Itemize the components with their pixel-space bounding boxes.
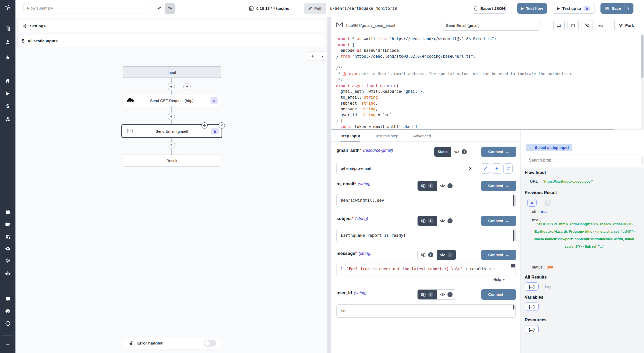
- add-step-button[interactable]: +: [168, 83, 175, 90]
- zoom-out-button[interactable]: -: [318, 52, 327, 61]
- connect-button-message[interactable]: Connect→: [481, 250, 516, 260]
- info-icon[interactable]: i: [428, 218, 433, 223]
- textarea-scrollbar[interactable]: [513, 230, 514, 241]
- user-id-input[interactable]: [336, 304, 516, 318]
- help-link[interactable]: Help∨: [493, 278, 505, 282]
- runs-play-icon[interactable]: ▶: [4, 90, 11, 97]
- refresh-resource-button[interactable]: [503, 163, 513, 174]
- textarea-scrollbar[interactable]: [513, 195, 514, 206]
- expand-square-button[interactable]: [567, 20, 579, 31]
- code-mode-button[interactable]: </> i: [437, 250, 456, 260]
- workspace-building-icon[interactable]: [4, 26, 11, 32]
- fork-button[interactable]: Fork: [614, 20, 638, 31]
- delete-node-button[interactable]: ×: [219, 122, 225, 129]
- connect-button-user-id[interactable]: Connect→: [481, 289, 516, 300]
- info-icon[interactable]: i: [428, 183, 433, 188]
- code-mode-button[interactable]: </> i: [437, 216, 456, 226]
- collapse-button[interactable]: -: [545, 200, 551, 206]
- result-status-row[interactable]: status: 200: [532, 265, 553, 270]
- path-value[interactable]: u/henri/earthquake_monitorin: [326, 3, 401, 14]
- scrollbar-thumb[interactable]: [641, 35, 643, 78]
- path-edit-button[interactable]: Path: [304, 3, 326, 14]
- connect-button-gmail-auth[interactable]: Connect→: [481, 147, 516, 157]
- audit-eye-icon[interactable]: [4, 245, 11, 252]
- to-email-input[interactable]: [336, 194, 516, 207]
- gmail-auth-resource-input[interactable]: [336, 163, 478, 174]
- subject-input[interactable]: [336, 229, 516, 242]
- code-editor[interactable]: import * as wmill from "https://deno.lan…: [331, 34, 641, 128]
- groups-users-icon[interactable]: [4, 233, 11, 240]
- code-mode-button[interactable]: </> i: [437, 290, 456, 299]
- add-resource-button[interactable]: +: [492, 163, 501, 174]
- clear-resource-button[interactable]: ×: [469, 166, 472, 171]
- search-prop-input[interactable]: [525, 155, 643, 166]
- github-icon[interactable]: [4, 320, 11, 327]
- flow-node-get-request[interactable]: HTTP Send GET Request (http) a: [123, 95, 221, 106]
- redo-button[interactable]: ↷: [165, 3, 175, 14]
- folders-icon[interactable]: [4, 221, 11, 228]
- panel-divider-scrollbar[interactable]: [327, 17, 331, 353]
- user-icon[interactable]: [4, 39, 11, 46]
- step-title-input[interactable]: [442, 20, 540, 31]
- tab-step-input[interactable]: Step Input: [341, 134, 360, 141]
- resources-cubes-icon[interactable]: [4, 116, 11, 123]
- variables-dollar-icon[interactable]: $: [4, 103, 11, 110]
- add-step-button[interactable]: +: [168, 141, 175, 148]
- template-mode-button[interactable]: ${} i: [418, 290, 437, 299]
- all-static-inputs-button[interactable]: $ All Static Inputs: [18, 35, 325, 47]
- template-mode-button[interactable]: ${} i: [418, 250, 437, 260]
- save-button[interactable]: Save ∨: [600, 3, 633, 14]
- variables-json-badge[interactable]: {...}: [525, 302, 539, 311]
- schedule-display[interactable]: 0 10 18 * * tue,thu: [249, 0, 289, 17]
- info-icon[interactable]: i: [447, 183, 453, 188]
- tab-test-this-step[interactable]: Test this step: [375, 134, 398, 141]
- phone-incoming-button[interactable]: [581, 20, 592, 31]
- connect-button-to-email[interactable]: Connect→: [481, 181, 516, 191]
- template-mode-button[interactable]: ${} i: [418, 181, 437, 191]
- favorites-star-icon[interactable]: ★: [4, 54, 11, 61]
- schedules-calendar-icon[interactable]: [4, 209, 11, 216]
- info-icon[interactable]: i: [447, 292, 453, 297]
- sync-swap-button[interactable]: ⇄: [553, 20, 565, 31]
- code-mode-button[interactable]: </> i: [451, 147, 470, 157]
- export-json-button[interactable]: Export JSON: [473, 3, 506, 14]
- test-up-to-button[interactable]: ▶ Test up to b: [553, 3, 595, 14]
- undo-button[interactable]: ↶: [154, 3, 165, 14]
- flow-node-input[interactable]: Input: [123, 66, 221, 78]
- result-badge-a[interactable]: a: [527, 199, 537, 207]
- static-mode-button[interactable]: Static: [434, 147, 451, 157]
- info-icon[interactable]: i: [447, 252, 453, 257]
- all-results-json-badge[interactable]: {...}: [525, 282, 539, 291]
- info-icon[interactable]: i: [428, 252, 433, 257]
- select-step-input-chip[interactable]: ← Select a step input: [526, 144, 572, 151]
- edit-resource-button[interactable]: [481, 163, 490, 174]
- text-value[interactable]: "<!DOCTYPE html> <html lang="en"> <head>…: [530, 220, 639, 250]
- message-expression-editor[interactable]: 1 'Feel free to check out the latest rep…: [336, 264, 516, 275]
- flow-summary-input[interactable]: [23, 3, 148, 13]
- hub-script-path[interactable]: hub/868/gmail/_send_email: [346, 17, 395, 34]
- textarea-scrollbar[interactable]: [513, 305, 514, 309]
- code-mode-button[interactable]: </> i: [437, 181, 456, 191]
- result-ok-row[interactable]: ok: true: [532, 209, 547, 214]
- discord-icon[interactable]: [4, 308, 11, 314]
- zoom-in-button[interactable]: +: [308, 52, 317, 61]
- home-icon[interactable]: [4, 77, 11, 84]
- info-icon[interactable]: i: [428, 292, 433, 297]
- docs-book-icon[interactable]: [4, 296, 11, 302]
- add-step-button[interactable]: +: [168, 113, 175, 120]
- settings-gear-icon[interactable]: [4, 257, 11, 264]
- flow-node-result[interactable]: Result: [123, 155, 221, 166]
- code-vscrollbar[interactable]: [641, 34, 644, 129]
- move-node-button[interactable]: [201, 122, 208, 129]
- ai-robot-icon[interactable]: [4, 270, 11, 277]
- flow-input-url-row[interactable]: URL: "https://earthquake.usgs.gov/": [530, 179, 593, 184]
- info-icon[interactable]: i: [462, 149, 467, 154]
- save-dropdown-button[interactable]: ∨: [624, 3, 632, 13]
- error-handler-toggle[interactable]: [204, 340, 216, 347]
- resources-json-badge[interactable]: {...}: [525, 325, 539, 333]
- windmill-logo-icon[interactable]: [4, 4, 11, 11]
- connect-button-subject[interactable]: Connect→: [481, 216, 516, 226]
- info-icon[interactable]: i: [447, 218, 453, 223]
- trigger-lightning-button[interactable]: [183, 83, 191, 90]
- flow-settings-button[interactable]: Settings: [18, 20, 325, 32]
